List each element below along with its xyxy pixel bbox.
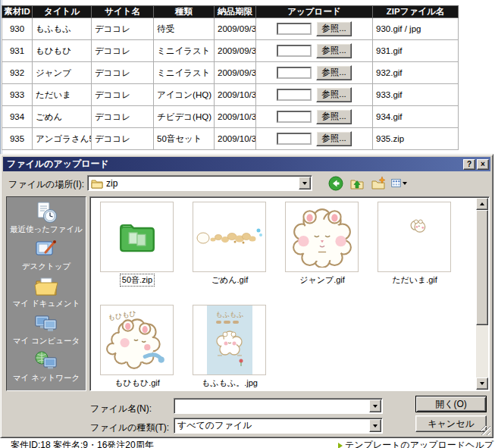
title-cell: ただいま [33, 84, 92, 106]
col-header-deadline: 納品期限 [215, 6, 256, 18]
upload-cell: 参照... [256, 106, 373, 128]
col-header-upload: アップロード [256, 6, 373, 18]
browse-button[interactable]: 参照... [316, 21, 352, 36]
upload-file-input[interactable] [277, 23, 312, 35]
location-dropdown-arrow[interactable] [299, 177, 311, 190]
upload-file-input[interactable] [277, 45, 312, 57]
my-documents-icon [34, 275, 58, 298]
file-upload-dialog: ファイルのアップロード ? × ファイルの場所(I): zip [0, 154, 493, 438]
upload-file-input[interactable] [277, 133, 312, 145]
file-item-gomen[interactable]: ごめん.gif [193, 202, 267, 286]
file-item-mofumofu[interactable]: もふもふ もふもふ [193, 305, 267, 389]
table-row: 935 アンゴラさん50音 デココレ 50音セット 2009/10/30 参照.… [2, 128, 459, 150]
help-button[interactable]: ? [463, 159, 475, 170]
filename-combobox[interactable] [174, 398, 383, 414]
gomen-thumbnail[interactable] [193, 202, 266, 272]
mohimohi-thumbnail[interactable]: もひもひ [100, 305, 174, 375]
upload-file-input[interactable] [277, 67, 312, 79]
close-button[interactable]: × [477, 159, 489, 170]
my-computer-icon [34, 312, 58, 335]
scroll-down-button[interactable] [476, 378, 488, 390]
my-network-icon [34, 349, 58, 372]
place-my-documents[interactable]: マイ ドキュメント [7, 275, 86, 312]
file-item-mohimohi[interactable]: もひもひ もひ [100, 305, 174, 389]
dialog-titlebar[interactable]: ファイルのアップロード ? × [3, 157, 490, 171]
table-header: 素材ID タイトル サイト名 種類 納品期限 アップロード ZIPファイル名 [2, 6, 459, 18]
file-item-zip[interactable]: 50音.zip [100, 202, 174, 286]
title-cell: もひもひ [33, 40, 92, 62]
browse-button[interactable]: 参照... [316, 43, 352, 58]
place-label: マイ ネットワーク [13, 373, 80, 384]
desktop-icon [34, 238, 58, 261]
mofumofu-art-text: もふもふ [215, 311, 243, 318]
dialog-title: ファイルのアップロード [7, 158, 463, 171]
green-arrow-icon [338, 443, 343, 448]
kind-cell: チビデコ(HQ) [154, 106, 215, 128]
template-upload-help-link[interactable]: テンプレートのアップロードヘルプ [338, 439, 493, 448]
file-item-jump[interactable]: ジャンプ.gif [285, 202, 359, 286]
file-name-label[interactable]: ジャンプ.gif [298, 274, 346, 286]
place-recent-files[interactable]: 最近使ったファイル [7, 201, 86, 238]
open-button[interactable]: 開く(O) [415, 396, 487, 412]
col-header-zipname: ZIPファイル名 [373, 6, 459, 18]
place-desktop[interactable]: デスクトップ [7, 238, 86, 275]
file-name-label[interactable]: もひもひ.gif [113, 378, 161, 389]
scroll-up-button[interactable] [476, 198, 488, 210]
filename-dropdown-arrow[interactable] [369, 399, 381, 412]
places-bar: 最近使ったファイル デスクトップ マイ ドキュメント [6, 196, 86, 391]
file-name-label[interactable]: 50音.zip [121, 274, 154, 286]
table-row: 930 もふもふ デココレ 待受 2009/09/30 参照... 930.gi… [2, 18, 459, 40]
back-icon[interactable] [327, 175, 343, 191]
col-header-kind: 種類 [154, 6, 215, 18]
zip-filename-cell: 934.gif [373, 106, 459, 128]
material-id-cell: 932 [2, 62, 33, 84]
tadaima-thumbnail[interactable] [378, 202, 451, 272]
recent-files-icon [34, 201, 58, 224]
title-cell: ジャンプ [33, 62, 92, 84]
kind-cell: ミニイラスト [154, 62, 215, 84]
site-cell: デココレ [92, 84, 154, 106]
title-cell: アンゴラさん50音 [33, 128, 92, 150]
browse-button[interactable]: 参照... [316, 65, 352, 80]
zip-filename-cell: 933.gif [373, 84, 459, 106]
filetype-combobox[interactable]: すべてのファイル [174, 418, 383, 434]
jump-thumbnail[interactable] [285, 202, 359, 272]
location-combobox[interactable]: zip [87, 175, 312, 191]
file-name-label[interactable]: ごめん.gif [210, 274, 249, 286]
scrollbar-thumb[interactable] [476, 210, 488, 325]
location-label: ファイルの場所(I): [7, 178, 84, 191]
file-name-label[interactable]: ただいま.gif [390, 274, 439, 286]
upload-file-input[interactable] [277, 89, 312, 101]
browse-button[interactable]: 参照... [316, 87, 352, 102]
file-item-tadaima[interactable]: ただいま.gif [378, 202, 452, 286]
kind-cell: 待受 [154, 18, 215, 40]
filetype-label: ファイルの種類(T): [90, 421, 169, 434]
resize-grip[interactable] [481, 426, 490, 435]
material-id-cell: 934 [2, 106, 33, 128]
location-value: zip [106, 178, 117, 189]
mofumofu-thumbnail[interactable]: もふもふ [193, 305, 266, 375]
file-list-scrollbar[interactable] [476, 198, 488, 390]
place-my-network[interactable]: マイ ネットワーク [7, 349, 86, 387]
case-info-text: 案件ID:18 案件名:9・16発注20周年 [11, 439, 154, 448]
file-name-label[interactable]: もふもふ。.jpg [200, 378, 259, 389]
views-icon[interactable] [391, 175, 407, 191]
new-folder-icon[interactable] [370, 175, 386, 191]
upload-file-input[interactable] [277, 111, 312, 123]
kind-cell: ミニイラスト [154, 40, 215, 62]
material-id-cell: 933 [2, 84, 33, 106]
filetype-value: すべてのファイル [177, 419, 252, 432]
zip-folder-thumbnail[interactable] [100, 202, 174, 272]
place-my-computer[interactable]: マイ コンピュータ [7, 312, 86, 349]
browse-button[interactable]: 参照... [316, 109, 352, 124]
table-row: 934 ごめん デココレ チビデコ(HQ) 2009/10/30 参照... 9… [2, 106, 459, 128]
filetype-dropdown-arrow[interactable] [369, 419, 381, 432]
kind-cell: アイコン(HQ) [154, 84, 215, 106]
place-label: デスクトップ [22, 262, 70, 272]
status-bar: 案件ID:18 案件名:9・16発注20周年 テンプレートのアップロードヘルプ [0, 438, 495, 448]
browse-button[interactable]: 参照... [316, 131, 352, 146]
place-label: マイ コンピュータ [13, 336, 80, 346]
views-dropdown-arrow[interactable] [403, 182, 407, 185]
cancel-button[interactable]: キャンセル [415, 415, 487, 432]
up-folder-icon[interactable] [349, 175, 365, 191]
